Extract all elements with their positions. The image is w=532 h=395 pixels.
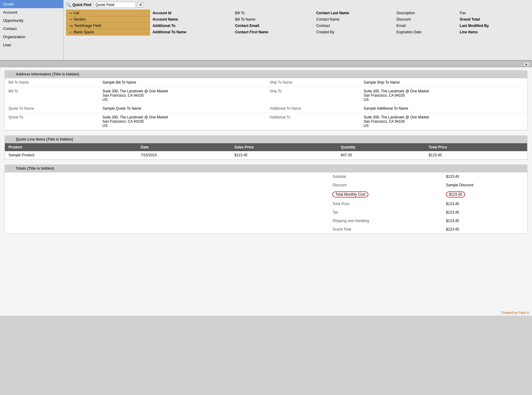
field-row-4: +□Blank Space Additional To Name Contact… [66, 29, 530, 35]
field-additional-to-name[interactable]: Additional To Name [150, 29, 233, 35]
field-panel: 🔍 Quick Find ✕ +≡List Account Id Bill To… [64, 0, 532, 60]
additional-to-value: Suite 300, The Landmark @ One MarketSan … [360, 113, 527, 130]
quick-find-bar: 🔍 Quick Find ✕ [66, 2, 530, 8]
additional-to-name-label: Additional To Name [266, 104, 360, 113]
address-row-quote-to-name: Quote To Name Sample Quote To Name Addit… [5, 104, 527, 113]
totals-right-spacer-1 [520, 172, 527, 181]
discount-label: Discount [329, 181, 442, 189]
subtotal-label: Subtotal [329, 172, 442, 181]
line-items-section: Quote Line Items (Title is hidden) Produ… [5, 135, 527, 160]
field-description[interactable]: Description [394, 10, 457, 16]
totals-spacer-5 [5, 208, 329, 217]
sidebar-item-quote[interactable]: Quote [0, 0, 63, 8]
quick-find-label: Quick Find [72, 3, 91, 7]
line-item-sales-price: $123.45 [231, 151, 337, 159]
totals-right-spacer-3 [520, 189, 527, 200]
totals-spacer-2 [5, 181, 329, 189]
total-price-value: $123.45 [442, 200, 520, 208]
col-total-price: Total Price [425, 143, 527, 151]
totals-right-spacer-7 [520, 225, 527, 234]
address-row-bill-to: Bill To Suite 300, The Landmark @ One Ma… [5, 87, 527, 104]
sidebar-item-opportunity[interactable]: Opportunity [0, 16, 63, 25]
field-account-name[interactable]: Account Name [150, 16, 233, 23]
field-expiration-date[interactable]: Expiration Date [394, 29, 457, 35]
field-bill-to[interactable]: Bill To [233, 10, 314, 16]
sidebar-item-account[interactable]: Account [0, 8, 63, 16]
totals-row-grand-total: Grand Total $123.45 [5, 225, 527, 234]
quick-find-input[interactable] [94, 2, 136, 8]
field-contact-last-name[interactable]: Contact Last Name [314, 10, 394, 16]
sidebar: Quote Account Opportunity Contact Organi… [0, 0, 64, 60]
scroll-up-arrow[interactable]: ▲ [523, 62, 530, 66]
field-contact-name[interactable]: Contact Name [314, 16, 394, 23]
field-email[interactable]: Email [394, 23, 457, 29]
line-items-header-row: Product Date Sales Price Quantity Total … [5, 143, 527, 151]
ship-to-name-label: Ship To Name [266, 78, 360, 87]
total-monthly-cost-label-circle: Total Monthly Cost [332, 191, 368, 198]
field-discount[interactable]: Discount [394, 16, 457, 23]
quick-find-clear-button[interactable]: ✕ [137, 2, 144, 8]
quote-to-value: Suite 300, The Landmark @ One MarketSan … [99, 113, 266, 130]
footer-text: Created by Paint X [501, 311, 529, 314]
additional-to-name-value: Sample Additional To Name [360, 104, 527, 113]
field-created-by[interactable]: Created By [314, 29, 394, 35]
field-list-table: +≡List Account Id Bill To Contact Last N… [66, 10, 530, 35]
field-fax[interactable]: Fax [457, 10, 529, 16]
totals-row-total-monthly-cost: Total Monthly Cost $123.45 [5, 189, 527, 200]
type-list[interactable]: +≡List [66, 10, 150, 16]
totals-table: Subtotal $123.45 Discount Sample Discoun… [5, 172, 527, 234]
field-account-id[interactable]: Account Id [150, 10, 233, 16]
totals-row-total-price: Total Price $123.45 [5, 200, 527, 208]
sidebar-item-user[interactable]: User [0, 41, 63, 49]
type-section[interactable]: +≡Section [66, 16, 150, 23]
line-item-product: Sample Product [5, 151, 137, 159]
line-item-quantity: 847.33 [337, 151, 425, 159]
address-table: Bill To Name Sample Bill To Name Ship To… [5, 78, 527, 130]
address-row-quote-to: Quote To Suite 300, The Landmark @ One M… [5, 113, 527, 130]
line-item-total-price: $123.45 [425, 151, 527, 159]
totals-spacer-3 [5, 189, 329, 200]
search-icon: 🔍 [66, 2, 71, 7]
col-quantity: Quantity [337, 143, 425, 151]
section-icon: +≡ [69, 18, 72, 21]
field-row-1: +≡List Account Id Bill To Contact Last N… [66, 10, 530, 16]
col-product: Product [5, 143, 137, 151]
scroll-divider: ▲ [0, 61, 532, 67]
totals-section: Totals (Title is hidden) Subtotal $123.4… [5, 164, 527, 234]
field-contract[interactable]: Contract [314, 23, 394, 29]
line-item-row-1: Sample Product 7/15/2015 $123.45 847.33 … [5, 151, 527, 159]
quote-to-label: Quote To [5, 113, 99, 130]
bill-to-name-value: Sample Bill To Name [99, 78, 266, 87]
field-bill-to-name[interactable]: Bill To Name [233, 16, 314, 23]
total-monthly-cost-value: $123.45 [442, 189, 520, 200]
ship-to-label: Ship To [266, 87, 360, 104]
ship-to-name-value: Sample Ship To Name [360, 78, 527, 87]
total-monthly-cost-label: Total Monthly Cost [329, 189, 442, 200]
totals-row-discount: Discount Sample Discount [5, 181, 527, 189]
top-panel: Quote Account Opportunity Contact Organi… [0, 0, 532, 61]
shipping-label: Shipping and Handling [329, 217, 442, 225]
col-date: Date [137, 143, 231, 151]
blank-space-icon: +□ [69, 31, 72, 34]
text-image-icon: +⊞ [69, 24, 73, 28]
sidebar-item-organization[interactable]: Organization [0, 33, 63, 41]
line-item-date: 7/15/2015 [137, 151, 231, 159]
type-text-image[interactable]: +⊞Text/Image Field [66, 23, 150, 29]
field-line-items[interactable]: Line Items [457, 29, 529, 35]
totals-spacer-6 [5, 217, 329, 225]
sidebar-item-contact[interactable]: Contact [0, 25, 63, 33]
type-blank-space[interactable]: +□Blank Space [66, 29, 150, 35]
address-section-title: Address Information (Title is hidden) [16, 72, 79, 76]
totals-right-spacer-6 [520, 217, 527, 225]
bill-to-value: Suite 300, The Landmark @ One MarketSan … [99, 87, 266, 104]
field-last-modified-by[interactable]: Last Modified By [457, 23, 529, 29]
field-grand-total[interactable]: Grand Total [457, 16, 529, 23]
address-section-header: Address Information (Title is hidden) [5, 71, 527, 78]
field-contact-first-name[interactable]: Contact First Name [233, 29, 314, 35]
field-contact-email[interactable]: Contact Email [233, 23, 314, 29]
address-row-bill-to-name: Bill To Name Sample Bill To Name Ship To… [5, 78, 527, 87]
line-items-table: Product Date Sales Price Quantity Total … [5, 143, 527, 159]
field-additional-to[interactable]: Additional To [150, 23, 233, 29]
totals-right-spacer-4 [520, 200, 527, 208]
field-row-2: +≡Section Account Name Bill To Name Cont… [66, 16, 530, 23]
